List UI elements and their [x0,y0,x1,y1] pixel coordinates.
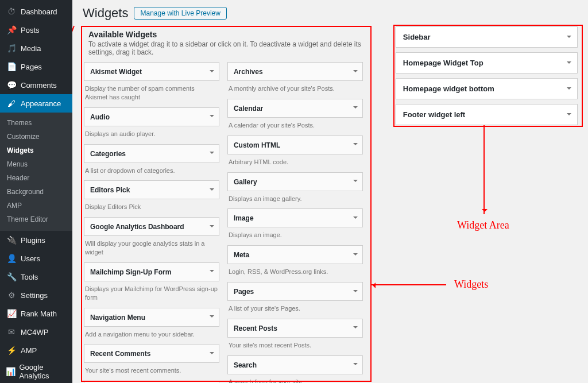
widget-desc: Login, RSS, & WordPress.org links. [229,268,362,276]
widget-name: Akismet Widget [90,68,142,76]
widget-desc: Display Editors Pick [85,203,218,211]
chevron-down-icon [353,143,358,148]
brush-icon: 🖌 [6,98,17,109]
widget-rss[interactable]: RSS [84,381,219,383]
widget-editors-pick[interactable]: Editors Pick [84,180,219,199]
widget-desc: Will display your google analytics stats… [85,239,218,257]
submenu-customize[interactable]: Customize [0,130,72,144]
menu-rankmath[interactable]: 📈Rank Math [0,304,72,323]
widget-desc: Displays your Mailchimp for WordPress si… [85,285,218,302]
widget-name: Mailchimp Sign-Up Form [90,268,171,276]
widget-name: Google Analytics Dashboard [90,223,184,231]
widget-categories[interactable]: Categories [84,144,219,163]
menu-pages[interactable]: 📄Pages [0,57,72,76]
annotation-arrow-appearance [72,23,77,92]
chevron-down-icon [210,315,214,320]
menu-comments[interactable]: 💬Comments [0,76,72,94]
submenu-themes[interactable]: Themes [0,116,72,130]
widget-navigation-menu[interactable]: Navigation Menu [84,308,219,327]
widget-name: Gallery [234,178,257,186]
menu-mc4wp-icon: ✉ [6,326,17,338]
menu-settings-label: Settings [21,291,48,300]
widget-name: Archives [234,68,263,76]
menu-pages-icon: 📄 [6,61,17,72]
widget-pages[interactable]: Pages [227,282,363,301]
menu-media[interactable]: 🎵Media [0,39,72,57]
page-title: Widgets [83,6,128,21]
widget-name: Categories [90,150,126,158]
menu-settings[interactable]: ⚙Settings [0,286,72,304]
widget-recent-comments[interactable]: Recent Comments [84,344,219,363]
widget-gallery[interactable]: Gallery [227,172,363,191]
widget-name: Recent Posts [234,324,277,332]
menu-plugins[interactable]: 🔌Plugins [0,231,72,249]
menu-amp-label: AMP [21,346,37,355]
widget-area-name: Sidebar [403,33,431,41]
submenu-amp[interactable]: AMP [0,199,72,212]
widget-name: Search [234,361,257,369]
widget-name: Editors Pick [90,186,130,194]
widget-name: Navigation Menu [90,314,145,322]
chevron-down-icon [210,115,214,119]
menu-media-label: Media [21,44,41,53]
chevron-down-icon [567,87,571,92]
submenu-widgets[interactable]: Widgets [0,144,72,157]
submenu-theme-editor[interactable]: Theme Editor [0,212,72,226]
menu-settings-icon: ⚙ [6,289,17,301]
widget-area-homepage-widget-top[interactable]: Homepage Widget Top [396,52,578,73]
menu-dashboard-label: Dashboard [21,7,57,16]
widget-area-name: Homepage Widget Top [403,59,483,67]
widget-meta[interactable]: Meta [227,245,363,264]
widget-custom-html[interactable]: Custom HTML [227,136,363,154]
menu-posts[interactable]: 📌Posts [0,21,72,39]
chevron-down-icon [353,70,358,75]
widget-desc: Arbitrary HTML code. [229,158,362,167]
widget-desc: Displays an image gallery. [229,195,362,203]
submenu-header[interactable]: Header [0,171,72,185]
widget-area-name: Homepage widget bottom [403,84,494,93]
submenu-background[interactable]: Background [0,185,72,199]
menu-posts-label: Posts [21,26,40,34]
widget-area-name: Footer widget left [403,110,465,119]
menu-ga-label: Google Analytics [19,363,68,380]
chevron-down-icon [210,70,214,75]
menu-users-icon: 👤 [6,253,17,264]
chevron-down-icon [567,36,571,40]
widget-archives[interactable]: Archives [227,62,363,81]
widget-area-sidebar[interactable]: Sidebar [396,26,578,48]
menu-appearance-label: Appearance [21,99,61,108]
widget-name: Image [234,214,254,222]
chevron-down-icon [353,290,358,295]
svg-line-0 [72,26,74,86]
widget-search[interactable]: Search [227,355,363,374]
widget-area-footer-widget-left[interactable]: Footer widget left [396,104,578,125]
menu-users-label: Users [21,254,40,263]
menu-ga[interactable]: 📊Google Analytics [0,359,72,383]
manage-live-preview-button[interactable]: Manage with Live Preview [134,7,226,20]
widget-desc: Your site's most recent Posts. [229,341,362,350]
widget-recent-posts[interactable]: Recent Posts [227,319,363,338]
widget-name: Audio [90,113,110,121]
chevron-down-icon [210,188,214,193]
menu-amp[interactable]: ⚡AMP [0,341,72,359]
menu-users[interactable]: 👤Users [0,249,72,268]
widget-calendar[interactable]: Calendar [227,99,363,118]
menu-dashboard[interactable]: ⏱Dashboard [0,2,72,21]
menu-plugins-icon: 🔌 [6,234,17,246]
widget-area-homepage-widget-bottom[interactable]: Homepage widget bottom [396,78,578,99]
widget-desc: Display the number of spam comments Akis… [85,84,218,102]
menu-appearance[interactable]: 🖌 Appearance [0,94,72,113]
admin-sidebar: ⏱Dashboard📌Posts🎵Media📄Pages💬Comments 🖌 … [0,0,72,383]
widget-google-analytics-dashboard[interactable]: Google Analytics Dashboard [84,217,219,236]
widget-desc: Add a navigation menu to your sidebar. [85,330,218,339]
widget-audio[interactable]: Audio [84,107,219,126]
main-content: Widgets Manage with Live Preview Availab… [72,0,588,383]
widget-image[interactable]: Image [227,208,363,227]
submenu-menus[interactable]: Menus [0,157,72,171]
widget-akismet-widget[interactable]: Akismet Widget [84,62,219,81]
menu-tools[interactable]: 🔧Tools [0,268,72,286]
widget-mailchimp-sign-up-form[interactable]: Mailchimp Sign-Up Form [84,262,219,281]
menu-comments-icon: 💬 [6,79,17,91]
menu-mc4wp[interactable]: ✉MC4WP [0,323,72,341]
appearance-submenu: ThemesCustomizeWidgetsMenusHeaderBackgro… [0,113,72,231]
